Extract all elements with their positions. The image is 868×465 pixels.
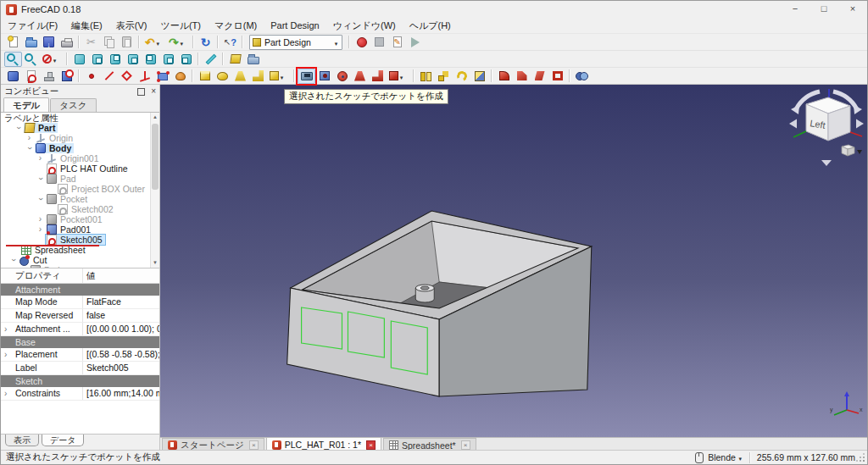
cut-button[interactable]: [82, 35, 100, 50]
menu-view[interactable]: 表示(V): [109, 18, 154, 33]
close-tab-icon[interactable]: ×: [249, 440, 259, 450]
tree-item-origin[interactable]: Origin: [1, 133, 159, 143]
shape-binder-button[interactable]: [153, 69, 171, 84]
viewport-3d[interactable]: Left: [160, 85, 867, 437]
navigation-style-selector[interactable]: Blende: [708, 452, 736, 462]
polar-pattern-button[interactable]: [453, 69, 470, 84]
tree-item-cut[interactable]: Cut: [1, 255, 159, 265]
front-view-button[interactable]: [88, 52, 106, 67]
tree-item-pocket[interactable]: Pocket: [1, 194, 159, 204]
property-row-attachment-offset[interactable]: Attachment ...[(0.00 0.00 1.00); 0.00 °;…: [1, 323, 159, 336]
expander-icon[interactable]: [24, 133, 35, 143]
menu-part-design[interactable]: Part Design: [264, 18, 326, 33]
mirrored-button[interactable]: [417, 69, 435, 84]
scrollbar-thumb[interactable]: [152, 124, 159, 190]
expander-icon[interactable]: [35, 153, 46, 163]
expander-icon[interactable]: [35, 224, 46, 235]
property-row-map-mode[interactable]: Map ModeFlatFace: [1, 296, 159, 309]
create-sketch-button[interactable]: [22, 69, 40, 84]
tab-data-properties[interactable]: データ: [42, 435, 84, 446]
tree-item-pad[interactable]: Pad: [1, 174, 159, 184]
local-cs-button[interactable]: [136, 69, 153, 84]
tree-item-pocket001[interactable]: Pocket001: [1, 214, 159, 224]
menu-help[interactable]: ヘルプ(H): [403, 18, 458, 33]
menu-window[interactable]: ウィンドウ(W): [326, 18, 403, 33]
axonometric-view-button[interactable]: [70, 52, 88, 67]
create-body-button[interactable]: [4, 69, 22, 84]
tab-model[interactable]: モデル: [3, 97, 49, 112]
property-row-label[interactable]: LabelSketch005: [1, 362, 159, 375]
tree-item-pad001[interactable]: Pad001: [1, 224, 159, 235]
datum-plane-button[interactable]: [118, 69, 136, 84]
hole-button[interactable]: [315, 69, 333, 84]
expander-icon[interactable]: [4, 348, 7, 361]
groove-button[interactable]: [333, 69, 351, 84]
tree-item-plc-hat-outline[interactable]: PLC HAT Outline: [1, 163, 159, 174]
part-workbench-button[interactable]: [226, 52, 244, 67]
tab-tasks[interactable]: タスク: [50, 98, 96, 112]
zoom-button[interactable]: [22, 52, 40, 67]
minimize-button[interactable]: −: [781, 1, 810, 18]
expander-icon[interactable]: [4, 323, 7, 335]
open-folder-button[interactable]: [244, 52, 262, 67]
pocket-button[interactable]: [298, 69, 315, 84]
additive-pipe-button[interactable]: [249, 69, 267, 84]
macro-stop-button[interactable]: [370, 35, 388, 50]
map-sketch-button[interactable]: [40, 69, 58, 84]
maximize-button[interactable]: □: [810, 1, 838, 18]
additive-box-button[interactable]: [267, 69, 291, 84]
whats-this-button[interactable]: [221, 35, 239, 50]
property-group-sketch[interactable]: Sketch: [1, 375, 159, 387]
linear-pattern-button[interactable]: [435, 69, 453, 84]
measure-distance-button[interactable]: [202, 52, 220, 67]
bottom-view-button[interactable]: [159, 52, 177, 67]
fillet-button[interactable]: [495, 69, 513, 84]
menu-edit[interactable]: 編集(E): [64, 18, 109, 33]
draw-style-button[interactable]: [40, 52, 64, 67]
subtractive-pipe-button[interactable]: [369, 69, 387, 84]
tree-item-sketch002[interactable]: Sketch002: [1, 204, 159, 214]
expander-icon[interactable]: [35, 214, 46, 224]
subtractive-loft-button[interactable]: [351, 69, 369, 84]
clone-button[interactable]: [171, 69, 189, 84]
refresh-button[interactable]: [197, 35, 214, 50]
datum-line-button[interactable]: [100, 69, 118, 84]
property-row-placement[interactable]: Placement[(0.58 -0.58 -0.58); 120.00 °; …: [1, 348, 159, 362]
tree-item-origin001[interactable]: Origin001: [1, 153, 159, 163]
navigation-cube[interactable]: Left: [787, 87, 865, 168]
expander-icon[interactable]: [13, 123, 24, 133]
draft-button[interactable]: [531, 69, 548, 84]
close-button[interactable]: ×: [838, 1, 867, 18]
multi-transform-button[interactable]: [470, 69, 488, 84]
expander-icon[interactable]: [35, 194, 46, 204]
copy-button[interactable]: [100, 35, 118, 50]
tab-view-properties[interactable]: 表示: [5, 435, 39, 446]
chamfer-button[interactable]: [513, 69, 531, 84]
resize-grip[interactable]: [863, 460, 865, 462]
pad-button[interactable]: [196, 69, 214, 84]
open-file-button[interactable]: [22, 35, 40, 50]
tree-scrollbar[interactable]: ▲ ▼: [150, 113, 159, 268]
undo-button[interactable]: [142, 35, 166, 50]
menu-file[interactable]: ファイル(F): [1, 18, 64, 33]
macro-edit-button[interactable]: [388, 35, 406, 50]
expander-icon[interactable]: [4, 387, 7, 400]
macro-execute-button[interactable]: [406, 35, 424, 50]
tree-item-sketch005[interactable]: Sketch005: [1, 235, 159, 245]
workbench-selector[interactable]: Part Design: [249, 35, 342, 50]
left-view-button[interactable]: [177, 52, 195, 67]
new-file-button[interactable]: [4, 35, 22, 50]
expander-icon[interactable]: [8, 255, 19, 265]
paste-button[interactable]: [118, 35, 136, 50]
subtractive-box-button[interactable]: [387, 69, 410, 84]
rear-view-button[interactable]: [142, 52, 159, 67]
float-panel-icon[interactable]: [137, 88, 145, 96]
property-group-base[interactable]: Base: [1, 336, 159, 348]
close-tab-icon[interactable]: ×: [366, 440, 376, 450]
tree-item-body[interactable]: Body: [1, 143, 159, 153]
dropdown-arrow-icon[interactable]: [737, 452, 743, 462]
close-panel-icon[interactable]: ×: [151, 88, 156, 95]
fit-all-button[interactable]: [4, 52, 22, 67]
top-view-button[interactable]: [106, 52, 124, 67]
expander-icon[interactable]: [24, 143, 35, 153]
